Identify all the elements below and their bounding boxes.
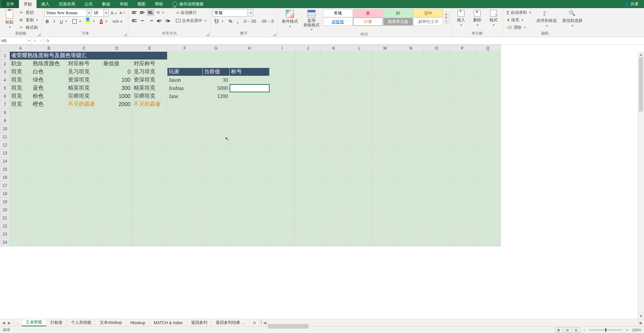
paste-button[interactable]: 粘贴 ▼ — [2, 9, 17, 29]
cell[interactable] — [10, 133, 31, 141]
font-size-select[interactable]: ▼ — [92, 9, 109, 17]
currency-button[interactable]: 💱▼ — [213, 18, 225, 25]
tab-insert[interactable]: 插入 — [37, 0, 54, 8]
cut-button[interactable]: 剪切 — [18, 9, 40, 16]
cell[interactable] — [398, 173, 424, 182]
insert-cells-button[interactable]: 插入▼ — [454, 9, 468, 27]
wrap-text-button[interactable]: 自动换行 — [175, 9, 208, 16]
cell[interactable] — [398, 60, 424, 68]
cell[interactable] — [295, 190, 321, 198]
style-normal[interactable]: 常规 — [323, 9, 353, 17]
cell[interactable] — [398, 141, 424, 149]
cell[interactable] — [31, 182, 67, 190]
cell[interactable] — [270, 214, 295, 222]
cell[interactable] — [321, 165, 347, 173]
dialog-launcher-icon[interactable] — [123, 33, 127, 36]
sheet-tab[interactable]: 返回多列 — [187, 319, 212, 326]
cell[interactable] — [347, 84, 372, 92]
cell[interactable] — [31, 133, 67, 141]
cell[interactable] — [270, 117, 295, 125]
cell[interactable] — [398, 198, 424, 206]
cell[interactable] — [295, 68, 321, 76]
tab-formula[interactable]: 公式 — [80, 0, 97, 8]
cell[interactable] — [321, 238, 347, 246]
cell[interactable] — [10, 182, 31, 190]
find-select-button[interactable]: 查找和选择▼ — [560, 9, 584, 28]
fill-color-button[interactable]: ▼ — [85, 18, 96, 25]
cell[interactable] — [102, 214, 132, 222]
cell[interactable] — [424, 206, 450, 214]
sort-filter-button[interactable]: 排序和筛选▼ — [534, 9, 559, 28]
scroll-track[interactable] — [638, 57, 644, 313]
cell[interactable]: Jane — [167, 92, 203, 100]
cell[interactable] — [372, 125, 398, 133]
cell[interactable] — [270, 198, 295, 206]
orientation-button[interactable]: ⟲▼ — [155, 9, 166, 16]
cell[interactable] — [450, 141, 475, 149]
cell[interactable] — [10, 206, 31, 214]
grid-area[interactable]: ABCDEFGHIJKLMNOPQ 1者荣耀熟练度称号及颜色等级汇2职业熟练度颜… — [0, 45, 644, 319]
cell[interactable] — [372, 109, 398, 117]
cell[interactable] — [475, 214, 501, 222]
cell[interactable] — [475, 149, 501, 157]
cell[interactable]: 称号 — [230, 68, 270, 76]
cell[interactable] — [398, 117, 424, 125]
cell[interactable] — [424, 157, 450, 165]
cell[interactable] — [424, 165, 450, 173]
cell[interactable] — [450, 84, 475, 92]
row-header[interactable]: 16 — [0, 173, 10, 182]
cell[interactable] — [475, 238, 501, 246]
chevron-down-icon[interactable]: ▼ — [249, 9, 253, 17]
cell[interactable] — [230, 182, 270, 190]
cell[interactable] — [347, 157, 372, 165]
sheet-nav[interactable]: ◀▶ — [0, 319, 13, 326]
cell[interactable]: 坦克 — [10, 76, 31, 84]
font-name-select[interactable]: ▼ — [44, 9, 92, 17]
formula-input[interactable] — [51, 37, 644, 44]
row-header[interactable]: 14 — [0, 157, 10, 165]
cell[interactable] — [102, 109, 132, 117]
cell[interactable] — [31, 190, 67, 198]
cell[interactable] — [321, 198, 347, 206]
cell[interactable] — [31, 238, 67, 246]
cell[interactable] — [295, 109, 321, 117]
row-header[interactable]: 4 — [0, 76, 10, 84]
cell[interactable] — [203, 173, 230, 182]
cell[interactable] — [321, 125, 347, 133]
cell[interactable] — [132, 117, 167, 125]
cell[interactable]: 见习坦克 — [132, 68, 167, 76]
cell[interactable] — [102, 149, 132, 157]
cell[interactable] — [10, 157, 31, 165]
cell[interactable] — [475, 84, 501, 92]
view-layout-button[interactable]: ▤ — [564, 327, 571, 333]
column-header[interactable]: M — [372, 45, 398, 52]
dialog-launcher-icon[interactable] — [37, 33, 41, 36]
tab-data[interactable]: 数据 — [97, 0, 115, 8]
cell[interactable] — [230, 84, 270, 92]
cell[interactable] — [450, 165, 475, 173]
cell[interactable] — [398, 68, 424, 76]
column-header[interactable]: B — [31, 45, 67, 52]
cell[interactable] — [270, 149, 295, 157]
cell[interactable] — [203, 165, 230, 173]
cell[interactable]: 职业 — [10, 60, 31, 68]
cell[interactable] — [321, 84, 347, 92]
row-header[interactable]: 23 — [0, 230, 10, 238]
cell[interactable] — [424, 60, 450, 68]
cell[interactable] — [10, 214, 31, 222]
cell[interactable] — [321, 206, 347, 214]
align-center-button[interactable] — [139, 17, 146, 24]
cell[interactable]: 当前值 — [203, 68, 230, 76]
cell[interactable] — [10, 198, 31, 206]
cell[interactable] — [270, 92, 295, 100]
cell[interactable] — [167, 230, 203, 238]
fill-button[interactable]: 填充▼ — [505, 17, 533, 23]
cell[interactable] — [102, 117, 132, 125]
column-header[interactable]: K — [321, 45, 347, 52]
column-header[interactable]: L — [347, 45, 372, 52]
cell[interactable]: 绿色 — [31, 76, 67, 84]
cell[interactable] — [475, 230, 501, 238]
name-box[interactable]: H5 — [0, 37, 27, 44]
cell[interactable] — [270, 109, 295, 117]
cell[interactable] — [398, 100, 424, 109]
